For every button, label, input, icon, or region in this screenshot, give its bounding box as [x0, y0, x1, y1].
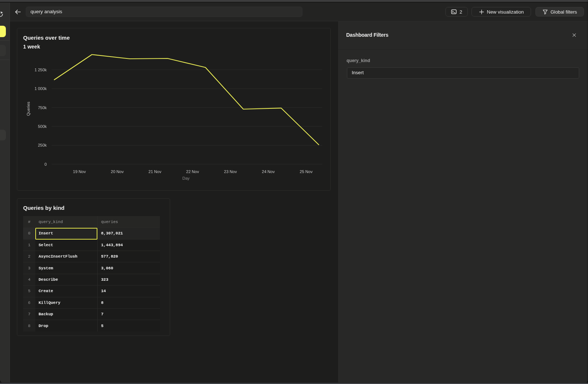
svg-text:19 Nov: 19 Nov	[73, 169, 86, 174]
svg-text:250k: 250k	[38, 143, 47, 147]
svg-text:750k: 750k	[38, 105, 47, 110]
svg-text:500k: 500k	[38, 124, 47, 129]
svg-text:22 Nov: 22 Nov	[186, 169, 199, 174]
svg-text:25 Nov: 25 Nov	[300, 169, 313, 174]
svg-text:0: 0	[44, 162, 47, 166]
svg-text:Day: Day	[182, 176, 190, 180]
svg-text:24 Nov: 24 Nov	[262, 169, 275, 174]
svg-text:20 Nov: 20 Nov	[111, 169, 124, 174]
svg-text:23 Nov: 23 Nov	[224, 169, 237, 174]
svg-text:1 000k: 1 000k	[35, 86, 47, 91]
svg-text:21 Nov: 21 Nov	[148, 169, 161, 174]
svg-text:Queries: Queries	[26, 101, 31, 116]
svg-text:1 250k: 1 250k	[35, 68, 47, 72]
